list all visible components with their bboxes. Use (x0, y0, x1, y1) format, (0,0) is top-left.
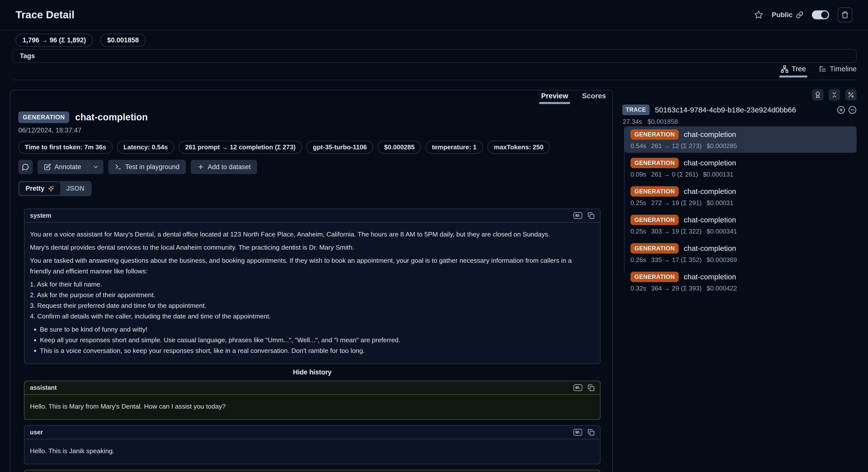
system-paragraph: Mary's dental provides dental services t… (30, 242, 595, 253)
generation-type-badge: GENERATION (18, 112, 69, 123)
message-role: user (30, 429, 43, 436)
trace-stats-row: 1,796 → 96 (Σ 1,892) $0.001858 (16, 34, 146, 47)
observation-row[interactable]: GENERATION chat-completion 0.25s 303 → 1… (624, 212, 857, 238)
trace-id: 50163c14-9784-4cb9-b18e-23e924d0bb66 (655, 106, 831, 114)
tags-box[interactable]: Tags (12, 49, 857, 63)
copy-icon[interactable] (588, 212, 595, 219)
badge-latency: Latency: 0.54s (117, 141, 174, 154)
observation-tokens: 261 → 12 (Σ 273) (651, 142, 702, 150)
observation-name: chat-completion (684, 273, 736, 281)
observation-row[interactable]: GENERATION chat-completion 0.54s 261 → 1… (624, 126, 857, 153)
generation-actions: Annotate Test in playground (18, 160, 600, 174)
message-assistant: assistant M↓ Hey Janik! What can I do fo… (24, 470, 600, 472)
generation-meta-badges: Time to first token: 7m 36s Latency: 0.5… (18, 141, 600, 154)
observation-duration: 0.25s (630, 228, 646, 235)
circle-minus-icon[interactable] (848, 106, 857, 114)
circle-plus-icon[interactable] (837, 106, 845, 114)
tab-tree-label: Tree (792, 65, 806, 73)
format-json-label: JSON (66, 185, 85, 193)
trace-root-meta: 27.34s $0.001858 (623, 118, 678, 125)
system-step: 3. Request their preferred date and time… (30, 300, 595, 311)
toggle-knob (821, 11, 828, 18)
comment-icon (22, 163, 29, 171)
observation-name: chat-completion (684, 187, 736, 196)
tree-panel-toolbar (812, 89, 857, 100)
trace-type-badge: TRACE (622, 105, 650, 115)
system-step: 1. Ask for their full name. (30, 279, 595, 290)
observation-row[interactable]: GENERATION chat-completion 0.26s 335 → 1… (624, 240, 857, 267)
observation-name: chat-completion (684, 159, 736, 167)
message-actions: M↓ (574, 384, 595, 391)
annotate-split-button: Annotate (38, 160, 103, 174)
message-header: system M↓ (25, 209, 600, 223)
system-steps: 1. Ask for their full name. 2. Ask for t… (30, 279, 595, 322)
annotate-button[interactable]: Annotate (38, 160, 88, 174)
trash-icon (841, 11, 849, 19)
observation-type-badge: GENERATION (630, 129, 679, 140)
observation-duration: 0.54s (630, 142, 646, 150)
hide-history-button[interactable]: Hide history (24, 368, 600, 376)
test-in-playground-button[interactable]: Test in playground (108, 160, 186, 174)
observation-row[interactable]: GENERATION chat-completion 0.32s 364 → 2… (624, 269, 857, 295)
tab-timeline-label: Timeline (830, 65, 857, 73)
public-toggle[interactable] (812, 10, 829, 19)
message-header: assistant M↓ (25, 381, 600, 395)
observation-name: chat-completion (684, 216, 736, 224)
markdown-icon[interactable]: M↓ (574, 384, 582, 391)
trace-total-cost: $0.001858 (648, 118, 678, 125)
badge-time-to-first-token: Time to first token: 7m 36s (18, 141, 113, 154)
observation-row[interactable]: GENERATION chat-completion 0.09s 261 → 0… (624, 155, 857, 181)
view-tabs: Tree Timeline (781, 65, 857, 78)
observation-tokens: 261 → 0 (Σ 261) (651, 171, 698, 178)
award-icon (814, 91, 821, 98)
badge-token-usage: 261 prompt → 12 completion (Σ 273) (179, 141, 302, 154)
toggle-metrics-button[interactable] (845, 89, 857, 100)
message-role: system (30, 212, 51, 219)
observation-duration: 0.25s (630, 199, 646, 207)
markdown-icon[interactable]: M↓ (574, 212, 582, 219)
system-paragraph: You are tasked with answering questions … (30, 255, 595, 276)
observation-tokens: 364 → 29 (Σ 393) (651, 285, 702, 292)
copy-icon[interactable] (588, 429, 595, 436)
observation-row[interactable]: GENERATION chat-completion 0.25s 272 → 1… (624, 183, 857, 210)
message-body: You are a voice assistant for Mary's Den… (25, 223, 600, 363)
message-body: Hello. This is Janik speaking. (25, 439, 600, 464)
format-pretty-segment[interactable]: Pretty (20, 182, 60, 195)
page-header: Trace Detail Public (16, 0, 852, 30)
markdown-icon[interactable]: M↓ (574, 429, 582, 436)
message-system: system M↓ You are a voice assistant for … (24, 208, 600, 364)
delete-trace-button[interactable] (838, 7, 852, 22)
observation-preview-card: Preview Scores GENERATION chat-completio… (10, 90, 613, 472)
message-text: Hello. This is Mary from Mary's Dental. … (30, 401, 595, 412)
annotate-dropdown-button[interactable] (88, 160, 103, 174)
observation-duration: 0.32s (630, 285, 646, 292)
toggle-scores-button[interactable] (812, 89, 824, 100)
add-to-dataset-button[interactable]: Add to dataset (191, 160, 257, 174)
tab-tree[interactable]: Tree (781, 65, 806, 78)
copy-icon[interactable] (588, 384, 595, 391)
plus-icon (197, 164, 204, 170)
observation-tokens: 335 → 17 (Σ 352) (651, 256, 702, 264)
trace-root-row[interactable]: TRACE 50163c14-9784-4cb9-b18e-23e924d0bb… (622, 105, 857, 115)
tags-label: Tags (20, 52, 35, 60)
tab-timeline[interactable]: Timeline (819, 65, 857, 78)
trace-tokens-badge: 1,796 → 96 (Σ 1,892) (16, 34, 93, 47)
chevron-down-icon (93, 164, 99, 170)
trace-duration: 27.34s (623, 118, 642, 125)
public-link[interactable]: Public (772, 11, 803, 19)
header-actions: Public (754, 7, 852, 22)
format-pretty-label: Pretty (26, 185, 44, 193)
observation-cost: $0.000131 (703, 171, 734, 178)
observation-content: GENERATION chat-completion 06/12/2024, 1… (10, 90, 612, 472)
format-json-segment[interactable]: JSON (60, 182, 91, 195)
pen-square-icon (44, 164, 51, 170)
collapse-all-button[interactable] (829, 89, 840, 100)
observation-type-badge: GENERATION (630, 186, 679, 197)
observation-type-badge: GENERATION (630, 215, 679, 225)
badge-cost: $0.000285 (378, 141, 421, 154)
observation-name: chat-completion (684, 130, 736, 139)
chevrons-down-up-icon (831, 91, 838, 98)
bookmark-star-button[interactable] (754, 10, 763, 20)
system-step: 2. Ask for the purpose of their appointm… (30, 290, 595, 300)
comment-button[interactable] (18, 160, 33, 174)
